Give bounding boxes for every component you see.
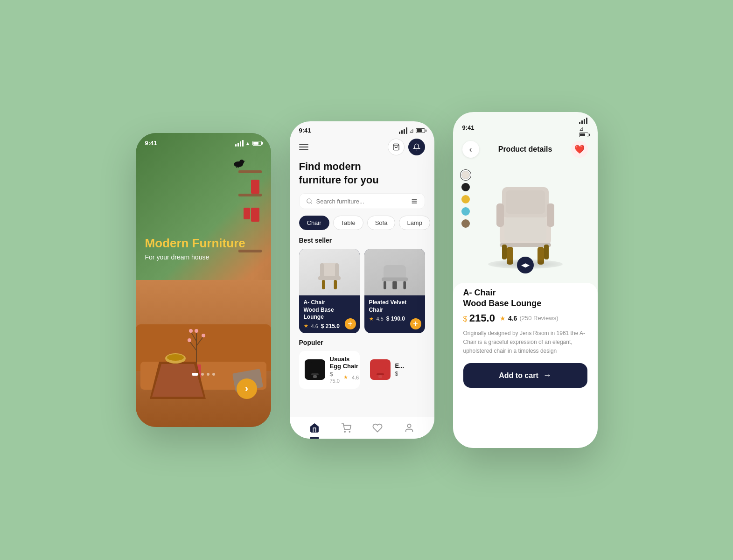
svg-line-11 bbox=[189, 341, 196, 350]
detail-star: ★ bbox=[500, 315, 506, 322]
svg-point-15 bbox=[202, 334, 205, 337]
filter-icon bbox=[411, 197, 418, 205]
menu-button[interactable] bbox=[299, 144, 308, 150]
search-bar[interactable] bbox=[299, 193, 425, 209]
nav-profile[interactable] bbox=[404, 423, 414, 433]
status-icons-1: ▲ bbox=[235, 140, 262, 147]
cat-tab-lamp[interactable]: Lamp bbox=[399, 216, 430, 230]
product-image-2 bbox=[364, 249, 425, 295]
product-name-2: Pleated Velvet Chair bbox=[369, 299, 420, 314]
product-name-1: A- ChairWood Base Lounge bbox=[304, 299, 355, 321]
swatch-brown[interactable] bbox=[461, 219, 470, 228]
time-1: 9:41 bbox=[145, 140, 157, 147]
swatch-yellow[interactable] bbox=[461, 195, 470, 203]
status-icons-3: ⊿ bbox=[579, 118, 588, 137]
swatch-black[interactable] bbox=[461, 183, 470, 191]
chair-svg-2 bbox=[376, 256, 413, 293]
svg-rect-37 bbox=[313, 375, 317, 378]
wifi-icon-2: ⊿ bbox=[409, 127, 414, 134]
search-input[interactable] bbox=[316, 198, 407, 205]
nav-cart[interactable] bbox=[341, 423, 351, 433]
browse-title: Find modernfurniture for you bbox=[299, 160, 425, 187]
svg-point-42 bbox=[349, 431, 350, 432]
phone-splash: 9:41 ▲ bbox=[136, 133, 271, 427]
svg-rect-51 bbox=[502, 245, 507, 259]
product-detail-meta: $ 215.0 ★ 4.6 (250 Reviews) bbox=[463, 312, 587, 324]
svg-point-43 bbox=[407, 424, 411, 427]
bowl-decoration bbox=[164, 353, 187, 366]
shelf-item-3 bbox=[244, 208, 250, 219]
swatch-beige[interactable] bbox=[461, 171, 470, 179]
svg-rect-54 bbox=[506, 190, 545, 214]
add-to-cart-1[interactable]: + bbox=[345, 318, 356, 329]
populer-name-2: E... bbox=[395, 362, 419, 369]
populer-item-2[interactable]: E... $ bbox=[364, 351, 425, 389]
signal-icon-2 bbox=[399, 127, 407, 134]
product-chair-svg bbox=[479, 175, 572, 269]
battery-icon-2 bbox=[416, 128, 425, 133]
time-3: 9:41 bbox=[462, 124, 475, 131]
top-bar: ‹ Product details ❤️ bbox=[453, 137, 598, 161]
cart-icon-button[interactable] bbox=[388, 139, 405, 155]
hero-text: Modern Furniture For your dream house bbox=[145, 236, 262, 261]
phone-detail: 9:41 ⊿ ‹ Product details ❤️ bbox=[453, 112, 598, 448]
status-bar-3: 9:41 ⊿ bbox=[453, 112, 598, 137]
arrow-icon: → bbox=[543, 371, 551, 380]
product-card-2[interactable]: Pleated Velvet Chair ★ 4.5 $ 190.0 + bbox=[364, 249, 425, 333]
app-bar-icons bbox=[388, 139, 425, 155]
svg-line-20 bbox=[310, 203, 312, 204]
rotate-control[interactable]: ◀▶ bbox=[517, 257, 534, 273]
search-icon bbox=[306, 198, 313, 204]
dot-1 bbox=[192, 373, 198, 376]
price-symbol: $ bbox=[463, 315, 469, 323]
svg-point-35 bbox=[309, 361, 321, 374]
status-bar-1: 9:41 ▲ bbox=[145, 140, 262, 147]
shelf-1 bbox=[238, 194, 262, 196]
home-icon bbox=[309, 423, 320, 433]
nav-wishlist[interactable] bbox=[372, 423, 383, 433]
populer-image-1 bbox=[305, 359, 325, 380]
products-grid: A- ChairWood Base Lounge ★ 4.6 $ 215.0 + bbox=[299, 249, 425, 333]
populer-meta-1: $ 75.0 ★ 4.6 bbox=[330, 371, 359, 384]
menu-line-1 bbox=[299, 144, 308, 145]
populer-price-1: $ 75.0 bbox=[330, 371, 340, 384]
svg-rect-31 bbox=[382, 278, 408, 281]
cat-tab-sofa[interactable]: Sofa bbox=[367, 216, 396, 230]
wifi-icon-3: ⊿ bbox=[579, 126, 584, 132]
cat-tab-table[interactable]: Table bbox=[333, 216, 363, 230]
red-chair-icon bbox=[373, 361, 388, 378]
svg-rect-36 bbox=[311, 373, 319, 375]
notification-icon-button[interactable] bbox=[408, 139, 425, 155]
battery-icon-3 bbox=[579, 133, 588, 137]
add-to-cart-2[interactable]: + bbox=[410, 318, 421, 329]
bird-decoration bbox=[231, 159, 245, 168]
svg-point-17 bbox=[195, 329, 198, 333]
detail-rating: ★ 4.6 (250 Reviews) bbox=[500, 315, 558, 322]
populer-item-1[interactable]: Usuals Egg Chair $ 75.0 ★ 4.6 ♡ bbox=[299, 351, 360, 389]
chair-svg-1 bbox=[311, 256, 348, 293]
svg-rect-39 bbox=[377, 373, 384, 375]
shelf-item-1 bbox=[251, 180, 259, 194]
next-button[interactable] bbox=[237, 378, 257, 399]
back-button[interactable]: ‹ bbox=[462, 141, 479, 158]
status-bar-2: 9:41 ⊿ bbox=[290, 121, 434, 134]
product-card-1[interactable]: A- ChairWood Base Lounge ★ 4.6 $ 215.0 + bbox=[299, 249, 360, 333]
svg-rect-53 bbox=[504, 217, 546, 241]
svg-rect-47 bbox=[547, 203, 554, 227]
svg-rect-52 bbox=[544, 245, 549, 259]
shelf-item-2 bbox=[251, 208, 259, 222]
heart-nav-icon bbox=[372, 423, 383, 433]
svg-rect-40 bbox=[378, 375, 382, 378]
svg-point-16 bbox=[189, 329, 193, 333]
swatch-teal[interactable] bbox=[461, 207, 470, 216]
egg-chair-icon bbox=[307, 361, 322, 378]
cat-tab-chair[interactable]: Chair bbox=[299, 216, 329, 230]
product-description: Originally designed by Jens Risom in 196… bbox=[463, 329, 587, 356]
time-2: 9:41 bbox=[299, 127, 311, 134]
favorite-button[interactable]: ❤️ bbox=[571, 141, 588, 158]
svg-point-41 bbox=[344, 431, 345, 432]
add-to-cart-button[interactable]: Add to cart → bbox=[463, 363, 587, 388]
detail-price: 215.0 bbox=[469, 312, 495, 324]
wifi-icon: ▲ bbox=[245, 140, 251, 146]
nav-home[interactable] bbox=[309, 423, 320, 433]
